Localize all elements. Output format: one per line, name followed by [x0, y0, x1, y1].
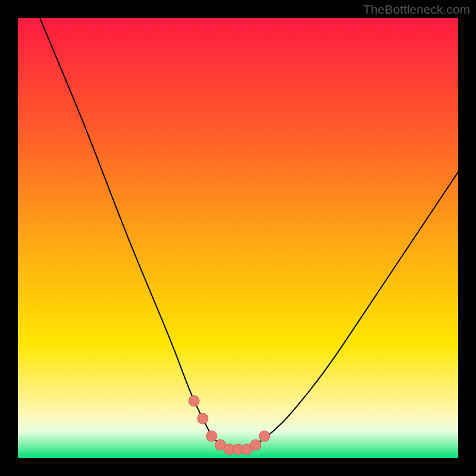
highlight-markers: [189, 396, 270, 455]
chart-svg: [18, 18, 458, 458]
marker-point: [198, 413, 208, 424]
marker-point: [189, 396, 199, 406]
watermark-text: TheBottleneck.com: [363, 2, 470, 17]
plot-area: [18, 18, 458, 458]
marker-point: [250, 440, 261, 450]
chart-frame: TheBottleneck.com: [0, 0, 476, 476]
marker-point: [259, 431, 270, 441]
bottleneck-curve: [40, 18, 458, 449]
marker-point: [206, 431, 217, 441]
